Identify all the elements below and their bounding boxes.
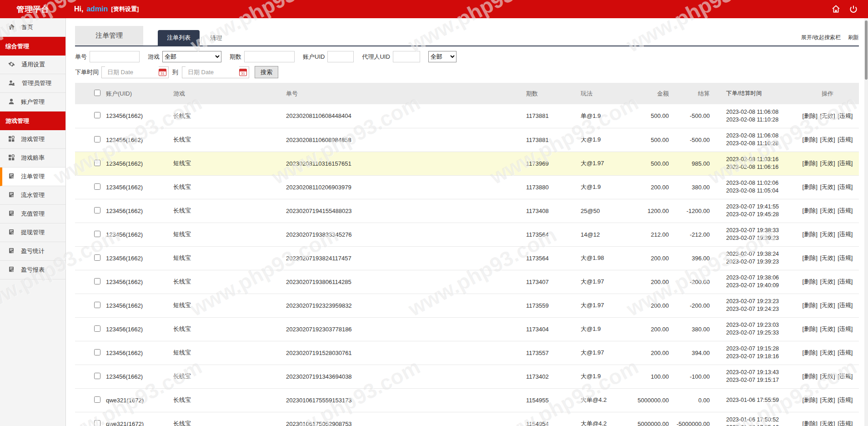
tab-cleanup[interactable]: 清理 [203,31,229,46]
settle-cell: 380.00 [672,317,713,341]
violation-action[interactable]: [违规] [838,420,853,426]
invalid-action[interactable]: [无效] [820,373,835,380]
delete-action[interactable]: [删除] [803,420,818,426]
row-checkbox[interactable] [94,207,100,213]
select-all-checkbox[interactable] [94,90,100,96]
search-button[interactable]: 搜索 [255,66,278,78]
invalid-action[interactable]: [无效] [820,183,835,190]
sidebar-item[interactable]: 流水管理 [0,186,65,205]
invalid-action[interactable]: [无效] [820,112,835,119]
violation-action[interactable]: [违规] [838,302,853,309]
violation-action[interactable]: [违规] [838,325,853,332]
col-order-no: 单号 [282,83,522,104]
invalid-action[interactable]: [无效] [820,207,835,214]
invalid-action[interactable]: [无效] [820,396,835,403]
violation-action[interactable]: [违规] [838,254,853,261]
delete-action[interactable]: [删除] [803,136,818,143]
sidebar-item[interactable]: 盈亏统计 [0,242,65,261]
sidebar-item[interactable]: 提现管理 [0,223,65,242]
delete-action[interactable]: [删除] [803,160,818,167]
sidebar-item[interactable]: 盈亏报表 [0,261,65,279]
row-checkbox[interactable] [94,373,100,379]
agent-uid-input[interactable] [393,51,420,62]
invalid-action[interactable]: [无效] [820,160,835,167]
vertical-scrollbar[interactable] [864,18,868,426]
invalid-action[interactable]: [无效] [820,349,835,356]
order-no-cell: 20230208110316157651 [282,152,522,175]
delete-action[interactable]: [删除] [803,231,818,238]
row-checkbox[interactable] [94,302,100,308]
settle-cell: -100.00 [672,365,713,388]
violation-action[interactable]: [违规] [838,278,853,285]
violation-action[interactable]: [违规] [838,160,853,167]
row-checkbox[interactable] [94,183,100,190]
home-icon[interactable] [831,5,841,14]
sidebar-item[interactable]: 注单管理 [0,167,65,186]
row-checkbox[interactable] [94,160,100,166]
delete-action[interactable]: [删除] [803,373,818,380]
toggle-search-bar-link[interactable]: 展开/收起搜索栏 [801,34,841,41]
calendar-icon[interactable] [159,69,166,76]
sidebar-item[interactable]: 管理员管理 [0,74,65,93]
sidebar-item[interactable]: 账户管理 [0,93,65,112]
sidebar-item[interactable]: 游戏管理 [0,130,65,149]
orders-table: 账户(UID) 游戏 单号 期数 玩法 金额 结算 下单/结算时间 操作 123… [75,83,859,426]
delete-action[interactable]: [删除] [803,254,818,261]
row-checkbox[interactable] [94,325,100,332]
settle-cell: -200.00 [672,270,713,294]
invalid-action[interactable]: [无效] [820,278,835,285]
violation-action[interactable]: [违规] [838,373,853,380]
invalid-action[interactable]: [无效] [820,302,835,309]
sidebar-item-label: 综合管理 [5,42,29,51]
delete-action[interactable]: [删除] [803,278,818,285]
tab-order-list[interactable]: 注单列表 [158,30,200,46]
row-checkbox[interactable] [94,278,100,284]
row-checkbox[interactable] [94,231,100,237]
violation-action[interactable]: [违规] [838,207,853,214]
scrollbar-thumb[interactable] [865,20,868,80]
calendar-icon[interactable] [239,69,247,76]
invalid-action[interactable]: [无效] [820,254,835,261]
invalid-action[interactable]: [无效] [820,231,835,238]
invalid-action[interactable]: [无效] [820,420,835,426]
delete-action[interactable]: [删除] [803,325,818,332]
delete-action[interactable]: [删除] [803,349,818,356]
invalid-action[interactable]: [无效] [820,136,835,143]
row-checkbox[interactable] [94,136,100,142]
order-no-input[interactable] [90,51,140,62]
account-uid-input[interactable] [327,51,354,62]
violation-action[interactable]: [违规] [838,183,853,190]
sidebar-item[interactable]: 游戏赔率 [0,149,65,167]
sidebar-item[interactable]: 充值管理 [0,205,65,223]
refresh-link[interactable]: 刷新 [848,34,859,41]
violation-action[interactable]: [违规] [838,231,853,238]
violation-action[interactable]: [违规] [838,349,853,356]
violation-action[interactable]: [违规] [838,396,853,403]
date-from-input[interactable] [105,66,159,78]
row-checkbox[interactable] [94,254,100,261]
power-logout-icon[interactable] [849,5,858,14]
row-checkbox[interactable] [94,396,100,403]
search-filters: 单号游戏全部期数账户UID代理人UID全部 下单时间 到 搜索 [75,46,859,78]
delete-action[interactable]: [删除] [803,183,818,190]
game-cell: 长线宝 [170,175,282,199]
sidebar-item[interactable]: 首页 [0,18,65,37]
delete-action[interactable]: [删除] [803,302,818,309]
profile-settings-link[interactable]: [资料设置] [111,5,139,13]
row-checkbox[interactable] [94,349,100,355]
status-select[interactable]: 全部 [428,51,457,62]
period-input[interactable] [244,51,295,62]
date-to-input[interactable] [186,66,239,78]
settle-time: 2023-02-07 19:39:23 [726,234,793,242]
delete-action[interactable]: [删除] [803,112,818,119]
sidebar-item[interactable]: 通用设置 [0,56,65,74]
game-select[interactable]: 全部 [162,51,221,62]
delete-action[interactable]: [删除] [803,396,818,403]
invalid-action[interactable]: [无效] [820,325,835,332]
row-checkbox[interactable] [94,112,100,118]
row-checkbox[interactable] [94,420,100,426]
violation-action[interactable]: [违规] [838,136,853,143]
violation-action[interactable]: [违规] [838,112,853,119]
delete-action[interactable]: [删除] [803,207,818,214]
period-cell: 1154955 [522,388,577,412]
